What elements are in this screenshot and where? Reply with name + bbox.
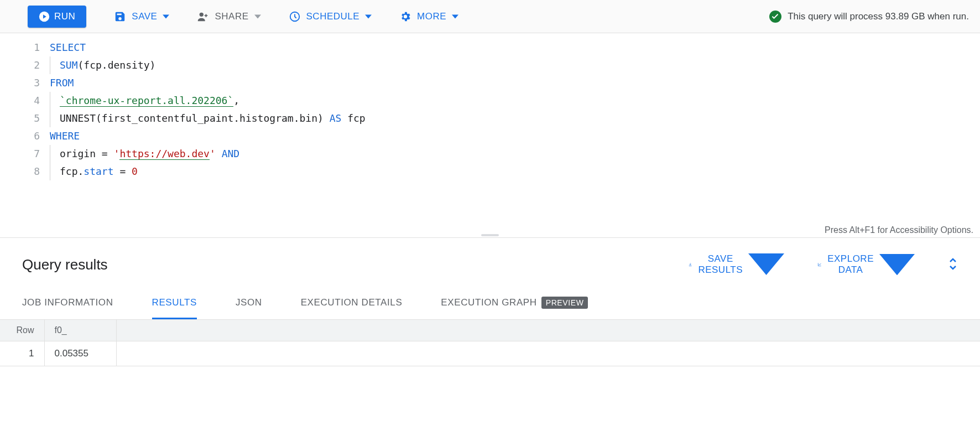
- line-gutter: 12345678: [0, 33, 50, 186]
- chevron-down-icon: [879, 254, 915, 275]
- check-circle-icon: [769, 10, 782, 23]
- share-icon: [197, 11, 209, 23]
- gear-icon: [399, 11, 411, 23]
- editor-hint: Press Alt+F1 for Accessibility Options.: [825, 225, 973, 235]
- chevron-down-icon: [254, 13, 261, 20]
- schedule-label: SCHEDULE: [306, 11, 360, 22]
- chevron-down-icon: [748, 253, 784, 275]
- unfold-icon: [948, 258, 958, 270]
- tab-execution-graph[interactable]: EXECUTION GRAPH PREVIEW: [441, 288, 588, 319]
- share-button[interactable]: SHARE: [197, 11, 260, 23]
- table-row[interactable]: 10.05355: [0, 341, 980, 366]
- save-label: SAVE: [132, 11, 157, 22]
- save-icon: [114, 11, 126, 23]
- code-area[interactable]: SELECTSUM(fcp.density)FROM`chrome-ux-rep…: [50, 33, 980, 186]
- run-button[interactable]: RUN: [28, 6, 86, 28]
- chevron-down-icon: [163, 13, 169, 20]
- run-label: RUN: [54, 11, 75, 22]
- save-button[interactable]: SAVE: [114, 11, 169, 23]
- chevron-down-icon: [365, 13, 372, 20]
- tab-execution-details[interactable]: EXECUTION DETAILS: [301, 288, 403, 319]
- sql-editor[interactable]: 12345678 SELECTSUM(fcp.density)FROM`chro…: [0, 33, 980, 238]
- resize-handle[interactable]: [481, 234, 499, 236]
- column-header: Row: [0, 320, 44, 341]
- results-title: Query results: [22, 256, 108, 273]
- play-icon: [39, 11, 50, 22]
- table-header-row: Rowf0_: [0, 320, 980, 341]
- save-results-label: SAVE RESULTS: [698, 253, 743, 276]
- explore-data-button[interactable]: EXPLORE DATA: [817, 253, 915, 276]
- more-label: MORE: [417, 11, 446, 22]
- explore-data-label: EXPLORE DATA: [827, 253, 874, 276]
- chevron-down-icon: [452, 13, 458, 20]
- schedule-button[interactable]: SCHEDULE: [289, 11, 372, 23]
- column-header: f0_: [44, 320, 116, 341]
- more-button[interactable]: MORE: [399, 11, 458, 23]
- table-body: 10.05355: [0, 341, 980, 366]
- download-icon: [688, 258, 692, 271]
- results-tabs: JOB INFORMATION RESULTS JSON EXECUTION D…: [0, 288, 980, 320]
- save-results-button[interactable]: SAVE RESULTS: [688, 253, 784, 276]
- chart-icon: [817, 258, 822, 271]
- results-table: Rowf0_ 10.05355: [0, 320, 980, 366]
- query-status: This query will process 93.89 GB when ru…: [769, 10, 969, 23]
- tab-job-information[interactable]: JOB INFORMATION: [22, 288, 113, 319]
- query-toolbar: RUN SAVE SHARE SCHEDULE MORE This query …: [0, 0, 980, 33]
- share-label: SHARE: [215, 11, 248, 22]
- svg-point-1: [200, 12, 204, 16]
- expand-collapse-button[interactable]: [948, 258, 958, 272]
- clock-icon: [289, 11, 301, 23]
- status-text: This query will process 93.89 GB when ru…: [788, 11, 969, 22]
- results-header: Query results SAVE RESULTS EXPLORE DATA: [0, 238, 980, 288]
- preview-badge: PREVIEW: [541, 297, 588, 309]
- column-header: [116, 320, 980, 341]
- tab-results[interactable]: RESULTS: [152, 288, 197, 319]
- tab-json[interactable]: JSON: [236, 288, 262, 319]
